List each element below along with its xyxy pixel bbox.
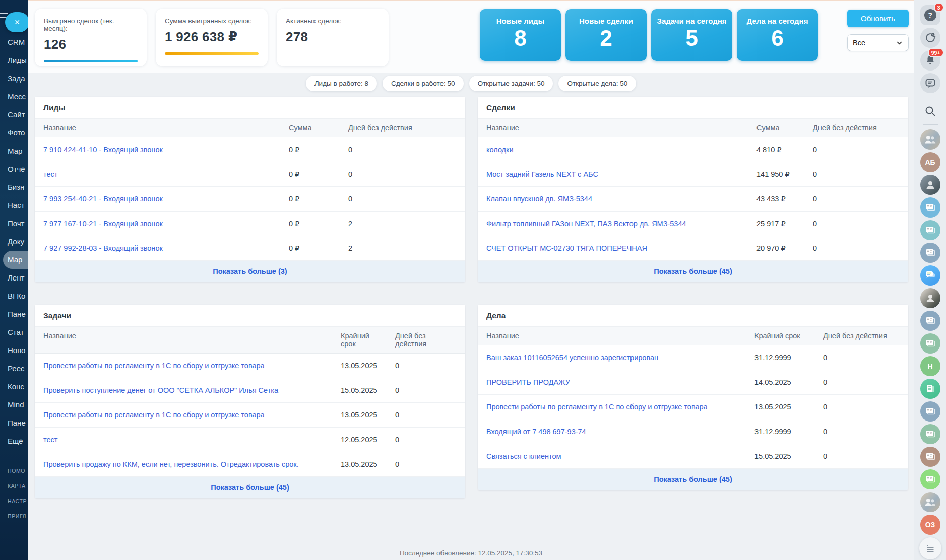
deal-link[interactable]: Клапан впускной дв. ЯМЗ-5344 [486,195,592,203]
show-more-tasks-link[interactable]: Показать больше (45) [211,483,289,492]
sidebar-item-registry[interactable]: Реес [0,360,28,378]
sync-button[interactable] [920,28,940,48]
lead-link[interactable]: 7 993 254-40-21 - Входящий звонок [43,195,163,203]
chat-contact-steel[interactable] [920,243,940,263]
activity-link[interactable]: Провести работы по регламенту в 1С по сб… [486,403,708,411]
rail-menu-button[interactable] [919,537,941,559]
deal-link[interactable]: колодки [486,146,514,154]
table-footer: Показать больше (45) [478,261,908,282]
chat-avatar-oz[interactable]: ОЗ [920,515,940,535]
sidebar-item-invite[interactable]: ПРИГЛ [0,509,28,524]
deal-link[interactable]: СЧЕТ ОТКРЫТ МС-02730 ТЯГА ПОПЕРЕЧНАЯ [486,244,647,252]
notifications-button[interactable]: 99+ [920,50,940,71]
summary-card-tasks-today[interactable]: Задачи на сегодня 5 [651,9,732,61]
search-button[interactable] [922,103,939,120]
stat-value: 278 [286,29,380,45]
table-row: Провести работы по регламенту в 1С по сб… [35,354,465,378]
sidebar-item-constructor[interactable]: Конс [0,378,28,396]
task-link[interactable]: Проверить поступление денег от ООО "СЕТК… [43,386,278,394]
sidebar-item-reports[interactable]: Отчё [0,160,28,178]
chat-contact-green[interactable] [920,424,940,444]
summary-card-activities-today[interactable]: Дела на сегодня 6 [737,9,818,61]
task-link[interactable]: тест [43,436,57,444]
sidebar-item-photo[interactable]: Фото [0,124,28,142]
task-link[interactable]: Проверить продажу по ККМ, если нет, пере… [43,460,299,468]
sidebar-close-button[interactable]: × [5,12,28,32]
filter-select[interactable]: Все [847,34,909,51]
sidebar-item-documents[interactable]: Доку [0,233,28,251]
lead-link[interactable]: 7 910 424-41-10 - Входящий звонок [43,146,163,154]
sidebar-item-market[interactable]: Мар [0,142,28,160]
chat-avatar-n[interactable]: Н [920,356,940,376]
chat-document-item[interactable] [920,379,940,399]
sidebar-item-sitemap[interactable]: КАРТА [0,478,28,494]
chat-bubbles-icon [924,269,936,282]
show-more-deals-link[interactable]: Показать больше (45) [654,267,732,275]
sidebar-item-leads[interactable]: Лиды [0,51,28,69]
activities-panel: Дела Название Крайний срок Дней без дейс… [478,305,908,490]
sidebar-item-panel-2[interactable]: Пане [0,414,28,432]
lead-link[interactable]: 7 977 167-10-21 - Входящий звонок [43,220,163,228]
chat-contact-steel[interactable] [920,401,940,422]
chat-bubbles-item[interactable] [920,265,940,286]
lead-link[interactable]: 7 927 992-28-03 - Входящий звонок [43,244,163,252]
chat-contact-steel[interactable] [920,311,940,331]
summary-card-new-deals[interactable]: Новые сделки 2 [565,9,647,61]
sidebar-item-settings[interactable]: Наст [0,196,28,215]
stat-label: Выиграно сделок (тек. месяц): [44,17,138,32]
messenger-button[interactable] [920,73,940,93]
sidebar-item-stats[interactable]: Стат [0,323,28,341]
sidebar-item-more[interactable]: Ещё [0,432,28,450]
chat-photo-avatar[interactable] [920,175,940,195]
pill-deals-in-progress[interactable]: Сделки в работе: 50 [383,76,464,91]
refresh-button[interactable]: Обновить [847,10,909,27]
pill-leads-in-progress[interactable]: Лиды в работе: 8 [306,76,377,91]
top-strip: Выиграно сделок (тек. месяц): 126 Сумма … [28,1,914,73]
show-more-leads-link[interactable]: Показать больше (3) [213,267,287,275]
sidebar-item-mindmap[interactable]: Mind [0,396,28,414]
deal-link[interactable]: Мост задний Газель NEXT с АБС [486,170,598,178]
sidebar-item-help[interactable]: ПОМО [0,463,28,478]
sidebar-item-preferences[interactable]: НАСТР [0,494,28,509]
lead-link[interactable]: тест [43,170,57,178]
sidebar-item-sites[interactable]: Сайт [0,106,28,124]
activity-link[interactable]: Связаться с клиентом [486,452,561,460]
search-icon [924,105,936,117]
sidebar-item-crm[interactable]: CRM [0,33,28,51]
chat-contact-teal[interactable] [920,220,940,240]
chat-contact-lime[interactable] [920,469,940,489]
activity-link[interactable]: Ваш заказ 10116052654 успешно зарегистри… [486,354,658,362]
sidebar-item-marketing-active[interactable]: Мар [3,251,28,269]
help-button[interactable]: ? 3 [920,5,940,25]
sidebar-item-feed[interactable]: Лент [0,269,28,287]
chat-contact-tan[interactable] [920,447,940,467]
task-link[interactable]: Провести работы по регламенту в 1С по сб… [43,362,265,370]
deal-link[interactable]: Фильтр топливный ГАЗон NEXT, ПАЗ Вектор … [486,220,686,228]
show-more-activities-link[interactable]: Показать больше (45) [654,475,732,483]
chat-avatar-ab[interactable]: АБ [920,152,940,172]
summary-card-new-leads[interactable]: Новые лиды 8 [480,9,561,61]
chat-contact-blue[interactable] [920,197,940,218]
leads-panel: Лиды Название Сумма Дней без действия 7 … [35,97,465,282]
panel-title-leads: Лиды [35,97,465,119]
sidebar-item-tasks[interactable]: Зада [0,69,28,88]
sidebar-item-news[interactable]: Ново [0,341,28,360]
sidebar-item-bi[interactable]: BI Ко [0,287,28,305]
counters-row: Лиды в работе: 8 Сделки в работе: 50 Отк… [28,76,914,91]
sidebar-item-mail[interactable]: Почт [0,215,28,233]
table-row: ПРОВЕРИТЬ ПРОДАЖУ14.05.20250 [478,370,908,395]
activity-link[interactable]: ПРОВЕРИТЬ ПРОДАЖУ [486,378,570,386]
chat-contact-green[interactable] [920,333,940,354]
chat-photo-avatar[interactable] [920,288,940,308]
pill-open-tasks[interactable]: Открытые задачи: 50 [469,76,553,91]
sidebar-item-business[interactable]: Бизн [0,178,28,196]
pill-open-activities[interactable]: Открытые дела: 50 [558,76,636,91]
activity-link[interactable]: Входящий от 7 498 697-93-74 [486,428,586,436]
chat-group-avatar[interactable] [920,129,940,150]
task-link[interactable]: Провести работы по регламенту в 1С по сб… [43,411,265,419]
last-update-status: Последнее обновление: 12.05.2025, 17:30:… [28,549,914,557]
chat-group-avatar[interactable] [920,492,940,512]
sidebar-item-messenger[interactable]: Месс [0,88,28,106]
sidebar-item-panel-1[interactable]: Пане [0,305,28,323]
people-icon [924,133,937,146]
